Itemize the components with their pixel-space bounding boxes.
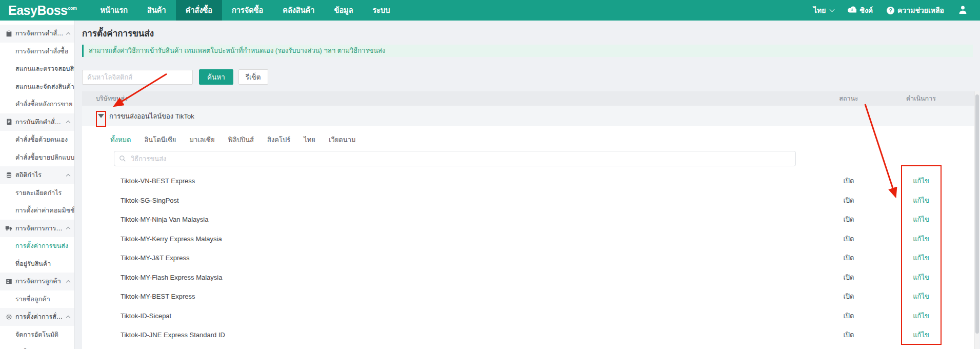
tab[interactable]: อินโดนีเซีย [145,135,176,145]
edit-link[interactable]: แก้ไข [901,311,941,321]
table-row: Tiktok-MY-BEST Expressเปิดแก้ไข [82,287,977,306]
carrier-name: Tiktok-ID-JNE Express Standard ID [121,331,225,339]
sidebar-item[interactable]: การตั้งค่าค่าคอมมิชชั่น [0,202,74,220]
tab[interactable]: มาเลเซีย [189,135,214,145]
sidebar-menu: การจัดการคำสั่งซื้อการจัดการคำสั่งซื้อสแ… [0,25,74,349]
sidebar-section-header[interactable]: การจัดการการขนส่ง [0,220,74,238]
sidebar-item[interactable]: คำสั่งซื้อด้วยตนเอง [0,131,74,149]
edit-link[interactable]: แก้ไข [901,214,941,225]
chevron-up-icon [66,227,70,231]
nav-item[interactable]: คลังสินค้า [273,0,324,21]
language-label: ไทย [813,5,826,16]
help-label: ความช่วยเหลือ [897,5,944,16]
nav-item[interactable]: การจัดซื้อ [222,0,273,21]
carrier-name: Tiktok-VN-BEST Express [121,177,195,185]
logistics-search-input[interactable] [82,70,193,85]
sidebar-item[interactable]: ที่อยู่รับสินค้า [0,255,74,273]
status-value: เปิด [831,272,867,283]
record-icon [5,119,12,126]
search-bar: ค้นหา รีเซ็ต [82,69,980,85]
method-search [114,151,796,166]
tab[interactable]: ไทย [304,135,315,145]
sidebar-section-header[interactable]: สถิติกำไร [0,166,74,184]
chevron-up-icon [66,280,70,284]
sync-button[interactable]: ซิงค์ [848,5,873,16]
status-value: เปิด [831,195,867,206]
clipboard-icon [5,30,12,37]
status-value: เปิด [831,291,867,302]
scrollbar-thumb[interactable] [975,94,979,334]
user-icon [958,5,968,16]
table-body: ทั้งหมดอินโดนีเซียมาเลเซียฟิลิปปินส์สิงค… [82,126,977,349]
table-row: Tiktok-MY-Kerry Express Malaysiaเปิดแก้ไ… [82,229,977,249]
sidebar-item[interactable]: คำสั่งซื้อขายปลีกแบบ... [0,149,74,167]
sidebar: การจัดการคำสั่งซื้อการจัดการคำสั่งซื้อสแ… [0,21,75,349]
sidebar-section-header[interactable]: การจัดการลูกค้า [0,273,74,290]
sidebar-section-header[interactable]: การตั้งค่าการสั่งซื้อ [0,308,74,326]
nav-item-active[interactable]: คำสั่งซื้อ [176,0,222,21]
column-status: สถานะ [831,93,867,104]
reset-button[interactable]: รีเซ็ต [238,69,268,85]
easyboss-logo[interactable]: EasyBoss.com [8,3,77,18]
nav-item[interactable]: ข้อมูล [324,0,363,21]
tab[interactable]: เวียดนาม [329,135,356,145]
carrier-name: Tiktok-MY-BEST Express [121,293,195,300]
chevron-up-icon [66,121,70,125]
sidebar-item[interactable]: รายละเอียดกำไร [0,184,74,202]
table-row: Tiktok-SG-SingPostเปิดแก้ไข [82,191,977,210]
vertical-scrollbar[interactable] [974,91,979,349]
method-search-input[interactable] [114,151,796,166]
tab-active[interactable]: ทั้งหมด [110,135,131,145]
table-row: Tiktok-ID-Sicepatเปิดแก้ไข [82,306,977,326]
nav-item[interactable]: สินค้า [137,0,176,21]
nav-right: ไทย ซิงค์ ? ความช่วยเหลือ [813,5,968,16]
top-navbar: EasyBoss.com หน้าแรกสินค้าคำสั่งซื้อการจ… [0,0,980,21]
edit-link[interactable]: แก้ไข [901,291,941,302]
sidebar-item[interactable]: คำสั่งซื้อหลังการขาย [0,95,74,113]
sidebar-item[interactable]: รายชื่อลูกค้า [0,290,74,308]
sidebar-item-active[interactable]: การตั้งค่าการขนส่ง [0,237,74,255]
collapse-triangle-icon[interactable] [98,114,104,118]
group-label: การขนส่งออนไลน์ของ TikTok [109,111,194,122]
user-menu[interactable] [958,5,968,16]
help-button[interactable]: ? ความช่วยเหลือ [887,5,944,16]
edit-link[interactable]: แก้ไข [901,272,941,283]
nav-item[interactable]: หน้าแรก [91,0,138,21]
sidebar-item[interactable]: การจัดการคำสั่งซื้อ [0,43,74,61]
chevron-up-icon [66,32,70,36]
carrier-rows: Tiktok-VN-BEST Expressเปิดแก้ไขTiktok-SG… [82,171,977,345]
tab[interactable]: ฟิลิปปินส์ [228,135,254,145]
search-button[interactable]: ค้นหา [199,69,233,85]
search-icon [119,155,126,164]
edit-link[interactable]: แก้ไข [901,195,941,206]
info-banner: สามารถตั้งค่าวิธีการเข้ารับสินค้า เทมเพล… [82,45,973,57]
table-row: Tiktok-MY-Ninja Van Malaysiaเปิดแก้ไข [82,210,977,229]
tab[interactable]: สิงคโปร์ [267,135,290,145]
nav-item[interactable]: ระบบ [363,0,400,21]
sidebar-section-header[interactable]: การจัดการคำสั่งซื้อ [0,25,74,43]
carrier-name: Tiktok-MY-Ninja Van Malaysia [121,216,208,223]
language-selector[interactable]: ไทย [813,5,834,16]
gear-icon [5,313,12,320]
table-row: Tiktok-MY-Flash Express Malaysiaเปิดแก้ไ… [82,268,977,287]
sidebar-section-header[interactable]: การบันทึกคำสั่งซื้อ [0,113,74,131]
shipping-table: บริษัทขนส่ง สถานะ ดำเนินการ การขนส่งออนไ… [82,91,977,349]
sidebar-item[interactable]: สแกนและจัดส่งสินค้า [0,78,74,96]
main-content: การตั้งค่าการขนส่ง สามารถตั้งค่าวิธีการเ… [75,21,980,349]
cloud-sync-icon [848,6,856,14]
table-header: บริษัทขนส่ง สถานะ ดำเนินการ [82,91,977,106]
sidebar-item[interactable]: สแกนและตรวจสอบสิน... [0,60,74,78]
profit-icon [5,171,12,179]
edit-link[interactable]: แก้ไข [901,253,941,263]
edit-link[interactable]: แก้ไข [901,176,941,186]
carrier-name: Tiktok-MY-Flash Express Malaysia [121,274,222,281]
status-value: เปิด [831,311,867,321]
edit-link[interactable]: แก้ไข [901,234,941,244]
status-value: เปิด [831,176,867,186]
carrier-name: Tiktok-SG-SingPost [121,197,179,204]
edit-link[interactable]: แก้ไข [901,329,941,340]
sidebar-item[interactable]: กฎในการแยกคลังสินค้า [0,343,74,349]
sidebar-item[interactable]: จัดการอัตโนมัติ [0,326,74,344]
help-icon: ? [887,7,894,14]
carrier-name: Tiktok-MY-Kerry Express Malaysia [121,235,222,243]
